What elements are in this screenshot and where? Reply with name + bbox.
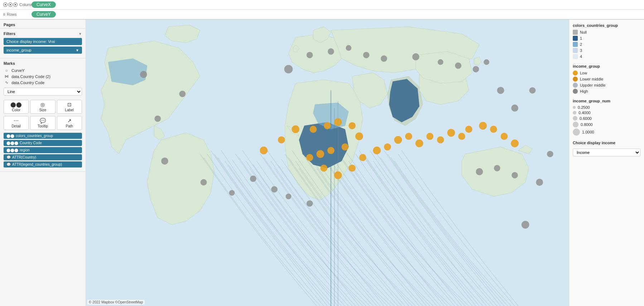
legend-choice-section: Choice display income Income [573,141,640,156]
world-map-svg [86,20,569,306]
svg-point-43 [328,147,335,154]
svg-point-49 [359,154,366,161]
chip-dot-icon-1: ⬤⬤ [6,134,14,138]
path-icon: ↗ [67,118,72,123]
field-country-code[interactable]: ⬤⬤⬤ Country Code [4,140,82,146]
svg-point-22 [455,63,461,69]
svg-point-16 [328,48,334,55]
legend-swatch-upper-middle [573,83,578,88]
pages-title: Pages [4,23,82,27]
svg-point-54 [415,140,423,147]
legend-num-title: income_group_num [573,99,640,103]
svg-point-50 [373,147,381,155]
svg-point-52 [394,136,402,144]
label-button[interactable]: ⊡ Label [57,100,82,114]
legend-num-0250: 0.2500 [573,105,640,110]
svg-point-55 [426,133,434,140]
circle-icon: ○ [4,68,9,73]
path-button[interactable]: ↗ Path [57,116,82,130]
svg-point-42 [342,144,349,151]
filters-section: Filters ▼ Choice display income: Vrai in… [0,29,86,58]
svg-point-23 [473,66,479,72]
svg-point-21 [438,59,444,65]
tooltip-button[interactable]: 💬 Tooltip [30,116,55,130]
legend-colors-title: colors_countries_group [573,23,640,28]
mark-type-select[interactable]: Line [4,88,82,96]
color-button[interactable]: ⬤⬤ Color [4,100,29,114]
map-area[interactable]: © 2022 Mapbox ©OpenStreetMap [86,20,569,306]
legend-swatch-4 [573,54,578,59]
svg-point-4 [140,71,147,78]
chip-dot-icon-2: ⬤⬤⬤ [6,141,18,145]
svg-point-62 [500,133,508,140]
filter-dropdown-income[interactable]: income_group ▼ [4,47,82,54]
columns-pill[interactable]: CurveX [32,1,56,8]
field-attr-country[interactable]: 💬 ATTR(Country) [4,154,82,160]
top-bar: ⦿⦿⦿ Columns CurveX ≡ Rows CurveY [0,0,644,20]
legend-num-0600: 0.6000 [573,116,640,121]
svg-point-59 [465,126,473,133]
marks-curvey: ○ CurveY [4,68,82,73]
field-region[interactable]: ⬤⬤⬤ region [4,147,82,153]
line-icon: ∿ [4,80,9,85]
svg-point-15 [306,52,313,58]
detail-button[interactable]: ⋯ Detail [4,116,29,130]
filters-arrow: ▼ [78,32,82,36]
svg-point-41 [355,132,363,140]
svg-point-37 [310,126,317,133]
chip-bubble-icon-2: 💬 [6,162,11,166]
legend-circle-1000 [573,128,580,136]
legend-swatch-low [573,71,578,76]
svg-point-48 [349,165,356,172]
legend-num-section: income_group_num 0.2500 0.4000 0.6000 0.… [573,99,640,136]
svg-point-39 [334,118,342,126]
legend-item-1: 1 [573,36,640,41]
legend-income-upper-middle: Uppder middle [573,83,640,88]
svg-point-36 [292,125,300,133]
right-panel: colors_countries_group Null 1 2 3 4 [569,20,644,306]
chip-bubble-icon-1: 💬 [6,155,11,159]
rows-label: ≡ Rows [3,12,32,17]
svg-point-19 [381,55,387,62]
field-colors-countries[interactable]: ⬤⬤ colors_countries_group [4,133,82,139]
svg-point-9 [229,190,235,196]
filter-chip-choice[interactable]: Choice display income: Vrai [4,38,82,45]
chip-dot-icon-3: ⬤⬤⬤ [6,148,18,152]
legend-income-title: income_group [573,64,640,68]
svg-point-51 [384,144,391,151]
filters-title: Filters ▼ [4,31,82,36]
svg-point-13 [306,200,313,207]
legend-circle-0600 [573,116,577,121]
svg-point-27 [529,87,536,94]
svg-point-44 [316,150,324,158]
legend-swatch-lower-middle [573,77,578,82]
svg-point-11 [271,186,277,193]
svg-point-10 [250,176,256,182]
field-attr-legend[interactable]: 💬 ATTR(legend_countries_group) [4,161,82,167]
svg-point-35 [278,136,285,144]
label-icon: ⊡ [67,102,72,107]
legend-swatch-3 [573,48,578,53]
rows-pill[interactable]: CurveY [32,11,56,18]
size-button[interactable]: ◎ Size [30,100,55,114]
svg-point-14 [284,65,293,73]
legend-circle-0800 [573,122,578,127]
svg-point-5 [179,91,186,97]
choice-display-income-select[interactable]: Income [573,149,640,156]
marks-section: Marks ○ CurveY ⋈ data.Country Code (2) ∿… [0,58,86,172]
rows-row: ≡ Rows CurveY [0,10,644,19]
svg-point-60 [479,122,487,130]
svg-point-32 [547,151,553,157]
svg-point-18 [363,52,369,58]
svg-point-38 [324,122,331,129]
marks-controls: ⬤⬤ Color ◎ Size ⊡ Label [4,100,82,114]
color-icon: ⬤⬤ [10,102,22,107]
marks-data-country: ∿ data.Country Code [4,79,82,86]
svg-point-61 [490,126,497,133]
legend-income-lower-middle: Lower middle [573,77,640,82]
svg-point-30 [512,172,518,179]
tooltip-icon: 💬 [40,118,46,123]
legend-swatch-null [573,30,578,35]
svg-point-47 [334,171,342,179]
svg-point-40 [349,122,356,129]
